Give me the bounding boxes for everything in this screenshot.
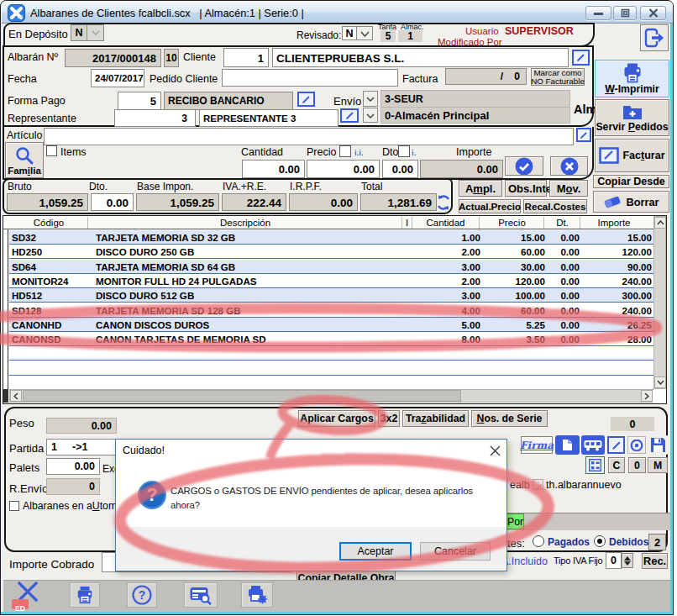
precio-field[interactable]: 0.00 [307,160,380,178]
table-row[interactable]: SD128TARJETA MEMORIA SD 128 GB4.0060.000… [9,303,653,318]
scroll-left-button[interactable] [10,390,22,402]
table-row[interactable]: CANONHDCANON DISCOS DUROS5.005.250.0026.… [9,318,653,332]
save-button[interactable] [648,435,669,455]
w-imprimir-button[interactable]: W-Imprimir [595,60,669,97]
m-button[interactable]: M [648,457,668,473]
tres-x-dos-button[interactable]: 3x2 [378,410,400,427]
scroll-up-button[interactable] [654,217,666,229]
representante-edit-button[interactable] [340,108,359,123]
aplicar-cargos-button[interactable]: Aplicar Cargos [298,410,375,427]
grid-hscrollbar[interactable] [9,389,653,403]
trazabilidad-button[interactable]: Trazabilidad [402,410,469,427]
col-header-descripcion[interactable]: Descripción [88,218,402,228]
table-empty-row[interactable] [9,361,653,376]
dto-i-checkbox[interactable] [398,145,410,157]
col-header-importe[interactable]: Importe [580,218,648,228]
representante-name-field[interactable]: REPRESENTANTE 3 [199,109,338,127]
table-row[interactable]: MONITOR24MONITOR FULL HD 24 PULGADAS2.00… [9,274,653,288]
en-deposito-dropdown[interactable] [87,24,104,41]
confirm-line-button[interactable] [505,156,543,176]
frame-left [1,24,3,615]
envio-dropdown[interactable] [363,91,378,107]
forma-pago-edit-button[interactable] [297,92,315,107]
restore-button[interactable] [613,6,637,20]
hscroll-thumb[interactable] [23,390,461,402]
albaranes-checkbox[interactable] [9,501,19,511]
dto-field[interactable]: 0.00 [382,160,418,178]
zero-button[interactable]: 0 [628,457,646,473]
preview-document-button[interactable] [184,582,218,608]
scroll-down-button[interactable] [654,376,666,388]
tipo-iva-field[interactable]: 0 [606,552,622,569]
borrar-button[interactable]: Borrar [593,191,669,213]
table-row[interactable]: HD512DISCO DURO 512 GB3.00100.000.00300.… [9,288,653,303]
articulo-edit-button[interactable] [576,128,591,142]
cantidad-field[interactable]: 0.00 [242,160,305,178]
table-row[interactable]: SD32TARJETA MEMORIA SD 32 GB1.0015.000.0… [9,230,653,245]
palets-field[interactable]: 0.00 [46,458,100,475]
totals-dto-field[interactable]: 0.00 [91,193,134,211]
scroll-right-button[interactable] [641,390,653,402]
representante-code-field[interactable]: 3 [114,109,196,127]
articulo-field[interactable] [44,128,574,145]
c-button[interactable]: C [608,457,625,473]
firma-button[interactable]: Firma [521,436,553,454]
pedido-field[interactable] [222,69,398,87]
transport-button[interactable] [581,435,605,455]
table-empty-row[interactable] [9,346,653,361]
fecha-field[interactable]: 24/07/2017 [91,69,144,87]
cliente-code-field[interactable]: 1 [223,48,269,67]
cancel-line-button[interactable] [550,156,588,176]
cliente-edit-button[interactable] [572,50,590,66]
revisado-dropdown[interactable] [357,26,373,40]
th-checkbox[interactable] [533,479,543,490]
refresh-icon[interactable] [435,194,452,211]
print-button[interactable] [70,582,100,608]
copiar-desde-button[interactable]: Copiar Desde [593,175,669,188]
table-row[interactable]: SD64TARJETA MEMORIA SD 64 GB3.0030.000.0… [9,260,653,274]
obs-inter-button[interactable]: Obs.Inter [505,180,547,197]
accept-button[interactable]: Aceptar [339,542,412,561]
close-button[interactable] [640,6,666,20]
view-button[interactable] [627,436,646,454]
col-header-codigo[interactable]: Código [9,218,88,228]
pagados-radio[interactable] [533,535,544,547]
items-checkbox[interactable] [46,145,57,156]
actual-precio-button[interactable]: Actual.Precio [459,199,521,213]
ampl-button[interactable]: Ampl. [459,180,502,197]
revisado-value[interactable]: N [342,26,357,40]
edit-note-button[interactable] [607,436,625,454]
servir-pedidos-button[interactable]: Servir Pedidos [595,99,669,136]
marcar-no-facturable-button[interactable]: Marcar comoNO Facturable [531,68,585,86]
col-header-precio[interactable]: Precio [480,218,544,228]
facturar-button[interactable]: Facturar [595,139,669,172]
table-empty-row[interactable] [9,376,653,390]
new-doc-button[interactable] [555,435,580,455]
col-header-dt[interactable]: Dt. [544,218,580,228]
rec-button[interactable]: Rec. [642,553,668,569]
recal-costes-button[interactable]: Recal.Costes [523,199,587,213]
mov-button[interactable]: Mov. [549,180,588,197]
debidos-radio[interactable] [594,535,606,547]
help-button[interactable]: ? [127,582,157,608]
cliente-name-field[interactable]: CLIENTEPRUEBAS S.L. [272,48,569,67]
col-header-cantidad[interactable]: Cantidad [412,218,480,228]
table-row[interactable]: CANONSDCANON TARJETAS DE MEMORIA SD8.003… [9,332,653,346]
nos-de-serie-button[interactable]: Nos. de Serie [471,410,548,427]
en-deposito-value[interactable]: N [71,24,87,41]
precio-ii-checkbox[interactable] [339,145,351,157]
table-row[interactable]: HD250DISCO DURO 250 GB2.0060.000.00120.0… [9,245,653,259]
tipo-iva-spinner[interactable] [622,553,633,568]
familia-button[interactable]: Familia [5,142,44,178]
exit-button[interactable] [640,24,669,51]
col-header-i[interactable]: I [402,218,412,228]
partida-field[interactable]: 1 ->1 [46,439,117,455]
layout-button[interactable] [585,456,605,474]
cancel-button[interactable]: Cancelar [420,542,491,561]
almacen-dropdown[interactable] [363,108,378,123]
forma-pago-code-field[interactable]: 5 [118,92,161,110]
minimize-button[interactable] [585,6,611,20]
print-config-button[interactable] [241,582,273,608]
dialog-close-button[interactable] [485,443,504,458]
grid-vscrollbar[interactable] [653,216,666,389]
